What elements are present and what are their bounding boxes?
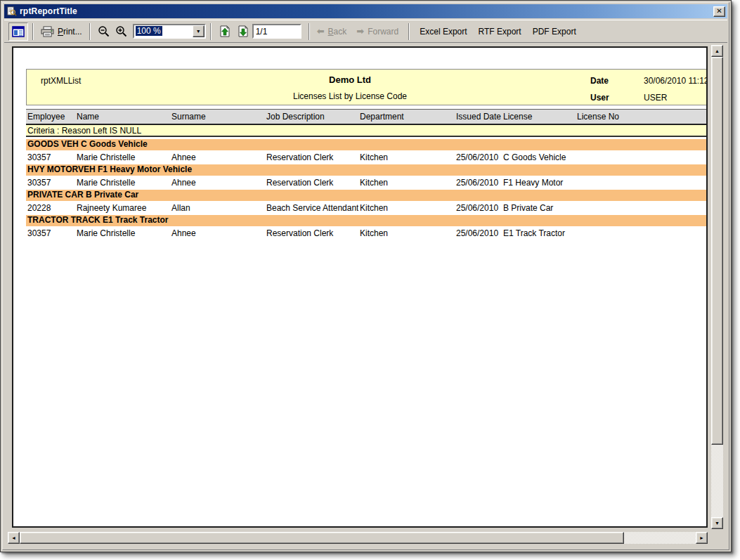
title-bar[interactable]: rptReportTitle ✕ <box>4 4 727 18</box>
group-header-band: PRIVATE CAR B Private Car <box>26 190 708 201</box>
vscroll-thumb[interactable] <box>711 57 723 445</box>
forward-button[interactable]: ➡ Forward <box>353 22 401 41</box>
table-cell: Reservation Clerk <box>265 176 358 190</box>
printer-icon <box>41 26 54 37</box>
zoom-in-icon <box>115 25 127 37</box>
table-cell: Marie Christelle <box>75 226 170 240</box>
table-cell: 25/06/2010 <box>455 150 502 164</box>
forward-arrow-icon: ➡ <box>356 26 364 37</box>
report-content: rptXMLList Demo Ltd Licenses List by Lic… <box>13 48 708 240</box>
back-arrow-icon: ⬅ <box>317 26 325 37</box>
user-value: USER <box>644 93 667 103</box>
page-number-field[interactable] <box>252 24 301 39</box>
table-cell: 30357 <box>26 226 75 240</box>
zoom-combobox[interactable]: 100 % ▼ <box>133 24 206 39</box>
next-page-button[interactable] <box>234 22 252 41</box>
prev-page-button[interactable] <box>216 22 234 41</box>
table-cell: Allan <box>170 201 265 215</box>
table-cell <box>576 201 708 215</box>
toc-icon <box>12 26 25 37</box>
scroll-down-icon[interactable]: ▼ <box>711 517 723 529</box>
report-body: GOODS VEH C Goods Vehicle30357Marie Chri… <box>26 139 708 240</box>
table-cell: 20228 <box>26 201 75 215</box>
export-pdf-button[interactable]: PDF Export <box>527 25 582 39</box>
table-cell: Kitchen <box>358 201 455 215</box>
scroll-up-icon[interactable]: ▲ <box>711 45 723 57</box>
scroll-left-icon[interactable]: ◄ <box>8 532 20 544</box>
table-cell: F1 Heavy Motor <box>502 176 576 190</box>
forward-label: Forward <box>368 27 398 37</box>
table-cell: Ahnee <box>170 226 265 240</box>
close-button[interactable]: ✕ <box>713 6 725 17</box>
table-cell: Marie Christelle <box>75 176 170 190</box>
column-header-6: License <box>502 112 576 122</box>
table-cell <box>576 150 708 164</box>
next-page-icon <box>237 25 249 37</box>
back-button[interactable]: ⬅ Back <box>314 22 350 41</box>
report-subtitle: Licenses List by License Code <box>27 91 673 101</box>
table-cell: Reservation Clerk <box>265 150 358 164</box>
column-header-3: Job Description <box>265 112 358 122</box>
back-label: Back <box>328 27 347 37</box>
zoom-out-icon <box>98 25 110 37</box>
table-cell: 25/06/2010 <box>455 176 502 190</box>
export-excel-button[interactable]: Excel Export <box>414 25 472 39</box>
preview-area: rptXMLList Demo Ltd Licenses List by Lic… <box>6 44 726 547</box>
column-header-1: Name <box>75 112 170 122</box>
column-header-7: License No <box>576 112 708 122</box>
toolbar: Print... 100 % ▼ <box>4 20 727 43</box>
table-cell: 30357 <box>26 176 75 190</box>
table-row: 30357Marie ChristelleAhneeReservation Cl… <box>26 176 708 190</box>
toolbar-separator <box>408 23 410 40</box>
column-header-0: Employee <box>26 112 75 122</box>
table-cell: E1 Track Tractor <box>502 226 576 240</box>
report-page: rptXMLList Demo Ltd Licenses List by Lic… <box>12 46 708 528</box>
table-cell: Beach Service Attendant <box>265 201 358 215</box>
group-header-band: TRACTOR TRACK E1 Track Tractor <box>26 215 708 226</box>
scroll-right-icon[interactable]: ► <box>696 532 708 544</box>
toolbar-separator <box>309 23 310 40</box>
toolbar-separator <box>32 23 34 40</box>
column-header-2: Surname <box>170 112 265 122</box>
table-cell: Marie Christelle <box>75 150 170 164</box>
criteria-row: Criteria : Reason Left IS NULL <box>26 125 708 137</box>
prev-page-icon <box>219 25 231 37</box>
toolbar-separator <box>210 23 212 40</box>
table-cell: Kitchen <box>358 226 455 240</box>
date-value: 30/06/2010 11:12:26 <box>644 76 708 86</box>
group-header-band: HVY MOTORVEH F1 Heavy Motor Vehicle <box>26 164 708 176</box>
horizontal-scrollbar[interactable]: ◄ ► <box>8 532 708 544</box>
export-rtf-button[interactable]: RTF Export <box>473 25 527 39</box>
table-cell: Ahnee <box>170 176 265 190</box>
vertical-scrollbar[interactable]: ▲ ▼ <box>711 45 723 529</box>
table-cell: Ahnee <box>170 150 265 164</box>
table-cell: Kitchen <box>358 176 455 190</box>
zoom-out-button[interactable] <box>95 22 112 41</box>
hscroll-thumb[interactable] <box>20 532 624 544</box>
print-label: Print... <box>58 27 82 37</box>
date-label: Date <box>590 76 609 86</box>
table-cell: Kitchen <box>358 150 455 164</box>
table-cell: Reservation Clerk <box>265 226 358 240</box>
toc-toggle-button[interactable] <box>8 22 28 41</box>
zoom-in-button[interactable] <box>112 22 130 41</box>
table-row: 30357Marie ChristelleAhneeReservation Cl… <box>26 226 708 240</box>
table-row: 30357Marie ChristelleAhneeReservation Cl… <box>26 150 708 164</box>
table-cell: C Goods Vehicle <box>502 150 576 164</box>
zoom-value: 100 % <box>136 26 162 36</box>
table-cell: 25/06/2010 <box>455 201 502 215</box>
print-button[interactable]: Print... <box>38 22 85 41</box>
table-cell <box>576 226 708 240</box>
column-header-4: Department <box>358 112 455 122</box>
column-header-row: EmployeeNameSurnameJob DescriptionDepart… <box>26 109 708 125</box>
table-cell: 30357 <box>26 150 75 164</box>
window-frame: rptReportTitle ✕ <box>2 2 729 550</box>
report-header-band: rptXMLList Demo Ltd Licenses List by Lic… <box>26 69 708 105</box>
report-viewer-window: rptReportTitle ✕ <box>0 0 732 552</box>
table-cell: Rajneety Kumaree <box>75 201 170 215</box>
dropdown-arrow-icon[interactable]: ▼ <box>193 25 205 37</box>
table-cell: B Private Car <box>502 201 576 215</box>
company-title: Demo Ltd <box>27 74 673 85</box>
group-header-band: GOODS VEH C Goods Vehicle <box>26 139 708 150</box>
toolbar-separator <box>89 23 91 40</box>
